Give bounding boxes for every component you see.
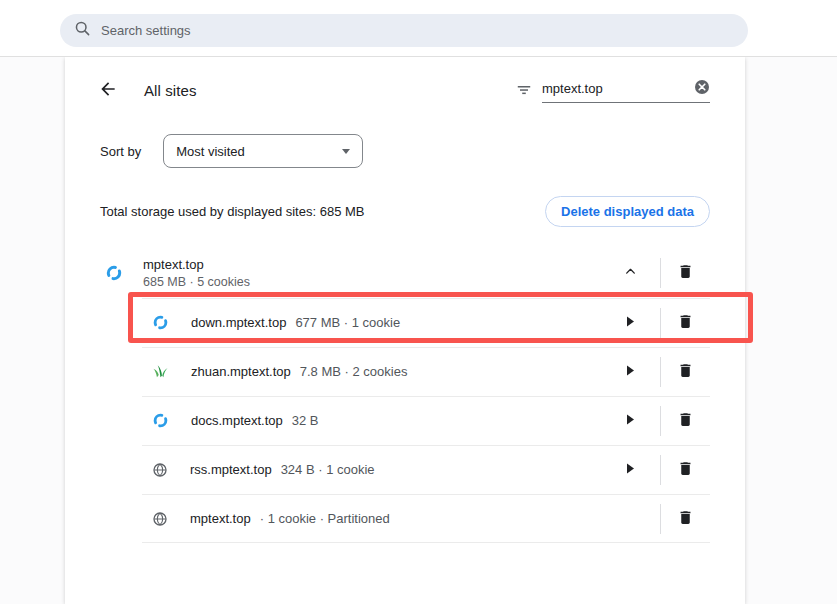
sort-select[interactable]: Most visited: [163, 134, 363, 168]
site-text: mptext.top · 1 cookie · Partitioned: [190, 511, 390, 526]
clear-filter-button[interactable]: [694, 79, 710, 98]
site-detail: 32 B: [292, 413, 319, 428]
trash-icon: [677, 362, 694, 382]
site-detail: 324 B · 1 cookie: [281, 462, 375, 477]
site-detail: · 1 cookie · Partitioned: [260, 511, 390, 526]
delete-site-button[interactable]: [661, 347, 710, 396]
triangle-right-icon: [626, 315, 635, 330]
sync-swirl-icon: [152, 314, 169, 331]
site-text: mptext.top 685 MB · 5 cookies: [143, 258, 250, 289]
site-domain: mptext.top: [143, 258, 250, 272]
site-filter-field[interactable]: [542, 77, 710, 103]
delete-site-button[interactable]: [661, 248, 710, 298]
delete-site-button[interactable]: [661, 494, 710, 543]
site-row-docs[interactable]: docs.mptext.top 32 B: [100, 396, 710, 445]
site-detail: 7.8 MB · 2 cookies: [300, 364, 408, 379]
sort-row: Sort by Most visited: [100, 134, 710, 168]
delete-site-button[interactable]: [661, 445, 710, 494]
site-list: mptext.top 685 MB · 5 cookies: [100, 248, 710, 543]
site-filter-input[interactable]: [542, 81, 694, 96]
chevron-up-icon: [624, 265, 637, 281]
settings-search-bar[interactable]: [60, 14, 748, 47]
trash-icon: [677, 411, 694, 431]
site-detail: 677 MB · 1 cookie: [295, 315, 400, 330]
sync-swirl-icon: [152, 412, 169, 429]
row-controls: [600, 248, 710, 298]
site-row-zhuan[interactable]: zhuan.mptext.top 7.8 MB · 2 cookies: [100, 347, 710, 396]
delete-site-button[interactable]: [661, 298, 710, 347]
settings-search-input[interactable]: [101, 23, 734, 38]
row-controls: [600, 494, 710, 543]
trash-icon: [677, 460, 694, 480]
globe-icon: [152, 511, 168, 527]
site-domain: mptext.top: [190, 511, 251, 526]
site-text: zhuan.mptext.top 7.8 MB · 2 cookies: [191, 364, 407, 379]
card-header: All sites: [100, 70, 710, 110]
total-storage-text: Total storage used by displayed sites: 6…: [100, 204, 364, 219]
site-text: down.mptext.top 677 MB · 1 cookie: [191, 315, 400, 330]
back-arrow-icon: [98, 79, 118, 102]
back-button[interactable]: [90, 72, 126, 108]
site-domain: rss.mptext.top: [190, 462, 272, 477]
site-domain: docs.mptext.top: [191, 413, 283, 428]
row-controls: [600, 396, 710, 445]
delete-site-button[interactable]: [661, 396, 710, 445]
site-domain: down.mptext.top: [191, 315, 286, 330]
grass-icon: [152, 363, 169, 380]
storage-row: Total storage used by displayed sites: 6…: [100, 196, 710, 227]
site-row-rss[interactable]: rss.mptext.top 324 B · 1 cookie: [100, 445, 710, 494]
site-text: docs.mptext.top 32 B: [191, 413, 319, 428]
collapse-button[interactable]: [600, 248, 660, 298]
site-filter: [516, 77, 710, 103]
expand-button[interactable]: [600, 445, 660, 494]
page-title: All sites: [144, 82, 197, 99]
row-controls: [600, 298, 710, 347]
filter-list-icon: [516, 82, 532, 98]
site-text: rss.mptext.top 324 B · 1 cookie: [190, 462, 375, 477]
site-row-down[interactable]: down.mptext.top 677 MB · 1 cookie: [100, 298, 710, 347]
row-controls: [600, 445, 710, 494]
sync-swirl-icon: [105, 264, 123, 282]
trash-icon: [677, 263, 694, 283]
site-domain: zhuan.mptext.top: [191, 364, 291, 379]
triangle-right-icon: [626, 413, 635, 428]
trash-icon: [677, 313, 694, 333]
settings-toolbar: [0, 0, 837, 57]
dropdown-caret-icon: [342, 149, 350, 154]
search-icon: [74, 20, 91, 41]
globe-icon: [152, 462, 168, 478]
expand-spacer: [600, 494, 660, 543]
clear-icon: [694, 79, 710, 98]
triangle-right-icon: [626, 364, 635, 379]
expand-button[interactable]: [600, 396, 660, 445]
expand-button[interactable]: [600, 298, 660, 347]
site-row-parent[interactable]: mptext.top 685 MB · 5 cookies: [100, 248, 710, 298]
row-controls: [600, 347, 710, 396]
site-subtitle: 685 MB · 5 cookies: [143, 275, 250, 289]
sort-by-label: Sort by: [100, 144, 141, 159]
trash-icon: [677, 509, 694, 529]
site-row-partitioned[interactable]: mptext.top · 1 cookie · Partitioned: [100, 494, 710, 543]
expand-button[interactable]: [600, 347, 660, 396]
sort-select-value: Most visited: [176, 144, 245, 159]
triangle-right-icon: [626, 462, 635, 477]
delete-displayed-data-button[interactable]: Delete displayed data: [545, 196, 710, 227]
all-sites-card: All sites Sort by Most visited Total sto…: [65, 57, 745, 604]
